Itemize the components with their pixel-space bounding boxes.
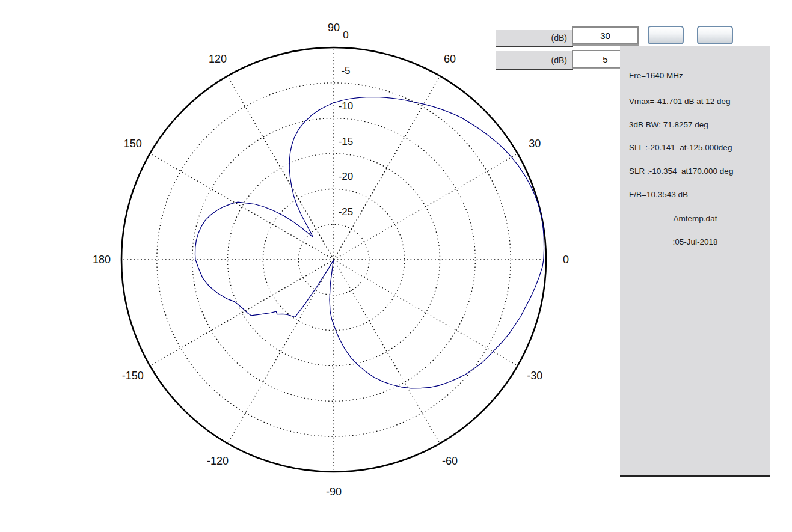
range-db-label: (dB) xyxy=(496,30,573,47)
date-text: :05-Jul-2018 xyxy=(620,237,770,246)
radial-tick-label: -20 xyxy=(339,171,354,182)
polar-grid-spoke xyxy=(150,260,334,366)
polar-plot-svg: 0306090120150180-150-120-90-60-300-5-10-… xyxy=(0,0,607,532)
polar-grid-spoke xyxy=(334,260,518,366)
frequency-text: Fre=1640 MHz xyxy=(629,71,683,80)
polar-plot: 0306090120150180-150-120-90-60-300-5-10-… xyxy=(0,0,607,532)
angle-tick-label: 150 xyxy=(124,138,142,150)
angle-tick-label: -90 xyxy=(326,486,342,498)
angle-tick-label: -150 xyxy=(122,370,144,382)
step-db-label: (dB) xyxy=(496,51,573,70)
beamwidth-text: 3dB BW: 71.8257 deg xyxy=(629,120,708,129)
angle-tick-label: -30 xyxy=(527,370,542,382)
range-db-input[interactable] xyxy=(572,26,639,44)
radial-tick-label: -15 xyxy=(339,136,354,147)
step-db-label-text: (dB) xyxy=(551,55,567,65)
angle-tick-label: 60 xyxy=(444,53,456,65)
angle-tick-label: -60 xyxy=(442,455,458,467)
pattern-curve xyxy=(195,97,544,388)
fb-ratio-text: F/B=10.3543 dB xyxy=(629,190,688,199)
radial-tick-label: -5 xyxy=(341,65,350,76)
radial-tick-label: -25 xyxy=(339,206,354,218)
pushbutton-1[interactable] xyxy=(648,26,684,44)
polar-grid-spoke xyxy=(334,260,440,444)
polar-grid-spoke xyxy=(228,260,334,444)
vmax-text: Vmax=-41.701 dB at 12 deg xyxy=(629,97,731,106)
angle-tick-label: 90 xyxy=(328,22,340,34)
angle-tick-label: 30 xyxy=(529,138,541,150)
sll-text: SLL :-20.141 at-125.000deg xyxy=(629,143,732,152)
slr-text: SLR :-10.354 at170.000 deg xyxy=(629,167,733,176)
angle-tick-label: 120 xyxy=(209,53,227,65)
angle-tick-label: 180 xyxy=(93,254,111,266)
polar-grid-spoke xyxy=(228,76,334,260)
results-panel: Fre=1640 MHz Vmax=-41.701 dB at 12 deg 3… xyxy=(620,46,770,477)
angle-tick-label: -120 xyxy=(207,455,229,467)
polar-grid-spoke xyxy=(150,154,334,260)
filename-text: Amtemp.dat xyxy=(620,214,770,223)
range-db-label-text: (dB) xyxy=(551,33,567,43)
pushbutton-2[interactable] xyxy=(697,26,733,44)
radial-tick-label: 0 xyxy=(343,29,348,41)
radial-tick-label: -10 xyxy=(339,100,354,112)
angle-tick-label: 0 xyxy=(563,254,569,266)
